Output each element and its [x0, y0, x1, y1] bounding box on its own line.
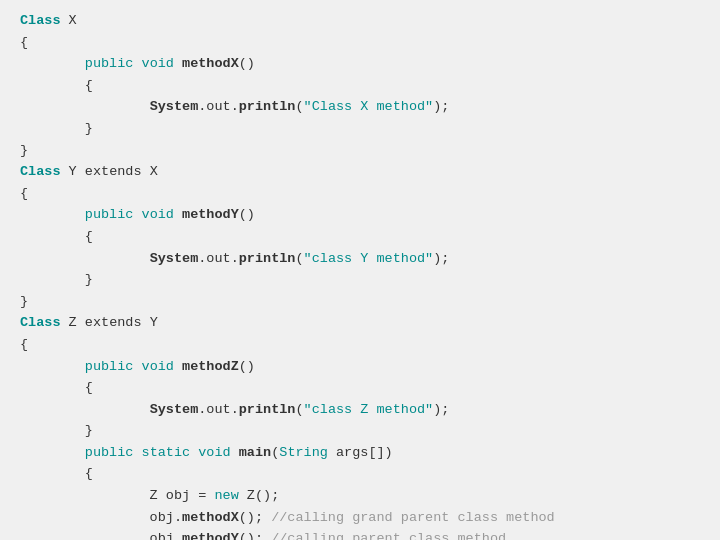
code-line-10: public void methodY() — [20, 204, 700, 226]
code-line-13: } — [20, 269, 700, 291]
code-line-7: } — [20, 140, 700, 162]
code-line-12: System.out.println("class Y method"); — [20, 248, 700, 270]
code-line-18: { — [20, 377, 700, 399]
code-line-2: { — [20, 32, 700, 54]
code-line-25: obj.methodY(); //calling parent class me… — [20, 528, 700, 540]
code-line-16: { — [20, 334, 700, 356]
code-line-14: } — [20, 291, 700, 313]
code-line-20: } — [20, 420, 700, 442]
code-line-15: Class Z extends Y — [20, 312, 700, 334]
code-line-9: { — [20, 183, 700, 205]
code-editor: Class X { public void methodX() { System… — [0, 0, 720, 540]
code-line-19: System.out.println("class Z method"); — [20, 399, 700, 421]
code-line-23: Z obj = new Z(); — [20, 485, 700, 507]
code-line-11: { — [20, 226, 700, 248]
code-line-3: public void methodX() — [20, 53, 700, 75]
code-line-5: System.out.println("Class X method"); — [20, 96, 700, 118]
code-line-1: Class X — [20, 10, 700, 32]
code-line-24: obj.methodX(); //calling grand parent cl… — [20, 507, 700, 529]
code-line-17: public void methodZ() — [20, 356, 700, 378]
code-line-21: public static void main(String args[]) — [20, 442, 700, 464]
code-line-8: Class Y extends X — [20, 161, 700, 183]
code-line-4: { — [20, 75, 700, 97]
code-line-22: { — [20, 463, 700, 485]
code-line-6: } — [20, 118, 700, 140]
